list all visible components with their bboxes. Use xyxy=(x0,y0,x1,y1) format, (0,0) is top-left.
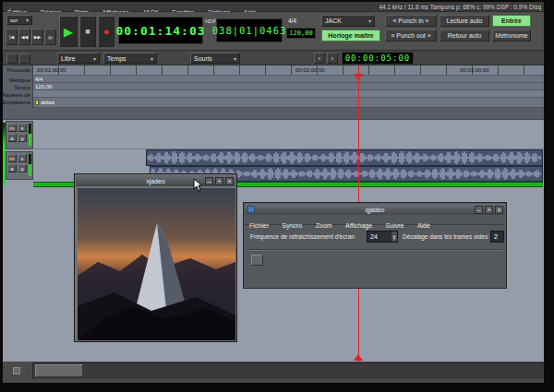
snap-unit-combo[interactable]: Temps ▾ xyxy=(103,53,157,64)
sync-source-combo[interactable]: JACK ▾ xyxy=(321,15,375,27)
record-button[interactable]: ● xyxy=(98,16,114,47)
tool-icon-button-1[interactable] xyxy=(6,53,18,64)
xjadeo-window[interactable]: xjadeo – + × xyxy=(74,173,237,342)
punch-out-button[interactable]: « Punch out » xyxy=(385,30,437,42)
zoom-icon xyxy=(13,367,20,374)
qjadeo-title: qjadeo xyxy=(365,207,384,213)
ruler-tick-label: 00:01:00:00 xyxy=(37,67,66,73)
rec-arm-button[interactable]: a xyxy=(7,164,17,172)
tool-icon-button-2[interactable] xyxy=(19,53,30,64)
track-meter xyxy=(29,154,31,176)
chevron-down-icon: ▾ xyxy=(234,55,236,62)
fps-value: 24 xyxy=(370,233,378,240)
editor-mixer-combo-label: sor xyxy=(10,18,18,23)
fps-spinbox[interactable]: 24 ▲▼ xyxy=(367,231,398,243)
solo-button[interactable]: s xyxy=(18,154,27,162)
offset-value: 2 xyxy=(494,233,498,240)
spinner-arrows-icon[interactable]: ▲▼ xyxy=(391,232,397,242)
editor-mixer-combo[interactable]: sor ▾ xyxy=(6,15,32,25)
close-icon[interactable]: × xyxy=(495,206,503,214)
rewind-button[interactable]: ◀◀ xyxy=(18,29,30,45)
track-header-1[interactable]: m s a g xyxy=(6,121,33,149)
qjadeo-menu-affichage[interactable]: Affichage xyxy=(341,220,377,231)
offset-label: Décalage dans les trames video xyxy=(403,233,488,240)
qjadeo-titlebar[interactable]: qjadeo – + × xyxy=(245,204,505,215)
play-button[interactable]: ▶ xyxy=(59,16,78,47)
track-header-2[interactable]: m s a g xyxy=(6,151,33,180)
tempo-readout[interactable]: 120,00 xyxy=(286,28,316,39)
fast-forward-button[interactable]: ▶▶ xyxy=(31,29,43,45)
qjadeo-window[interactable]: qjadeo – + × Fichier Syncro Zoom Afficha… xyxy=(243,202,507,289)
tempo-ruler[interactable]: 120,00 xyxy=(33,83,544,90)
master-clock-toggle[interactable]: Horloge maître xyxy=(321,30,380,42)
playhead-marker-top[interactable] xyxy=(354,74,363,80)
playhead-marker-bottom[interactable] xyxy=(354,354,363,361)
audio-region-1[interactable] xyxy=(146,149,543,166)
auto-return-button[interactable]: Retour auto xyxy=(440,30,489,42)
ruler-label-locations[interactable]: Emplacements xyxy=(2,100,30,105)
gain-button[interactable]: g xyxy=(18,134,27,142)
selection-prev-button[interactable]: ‹ xyxy=(314,53,325,64)
solo-button[interactable]: s xyxy=(18,124,27,132)
track-meter xyxy=(29,124,31,146)
loop-button[interactable]: ∞ xyxy=(44,29,56,45)
track-spacer xyxy=(3,108,544,120)
stop-button[interactable]: ■ xyxy=(79,16,96,47)
ruler-header-column: Timecode Métrique Tempo Repères de CD Em… xyxy=(3,65,33,108)
qjadeo-menu-fichier[interactable]: Fichier xyxy=(245,220,273,231)
main-transport-clock[interactable]: 00:01:14:03 xyxy=(118,17,203,44)
qjadeo-menu-zoom[interactable]: Zoom xyxy=(311,220,337,231)
ruler-label-tempo[interactable]: Tempo xyxy=(14,85,30,90)
meter-ruler[interactable]: 4/4 xyxy=(33,76,544,83)
xjadeo-title: xjadeo xyxy=(146,178,165,184)
qjadeo-menu-suivre[interactable]: Suivre xyxy=(381,220,409,231)
qjadeo-menu-syncro[interactable]: Syncro xyxy=(277,220,307,231)
sync-source-label: JACK xyxy=(325,18,342,24)
video-viewport xyxy=(78,188,235,340)
maximize-icon[interactable]: + xyxy=(485,206,493,214)
selection-clock[interactable]: 00:00:05:00 xyxy=(342,52,414,65)
chevron-down-icon: ▾ xyxy=(151,55,153,62)
meter-marker[interactable]: 4/4 xyxy=(35,77,42,82)
offset-spinbox[interactable]: 2 xyxy=(490,231,504,243)
rec-arm-button[interactable]: a xyxy=(7,134,17,142)
input-button[interactable]: Entrée xyxy=(492,15,531,27)
mute-button[interactable]: m xyxy=(7,154,17,162)
location-marker-ruler[interactable]: début xyxy=(33,98,544,108)
tempo-marker[interactable]: 120,00 xyxy=(35,84,52,89)
menubar: Édition Région Piste Affichage JACK Fenê… xyxy=(3,2,544,12)
cd-marker-ruler[interactable] xyxy=(33,90,544,98)
ruler-tick-label: 00:02:00:00 xyxy=(295,67,325,73)
auto-play-button[interactable]: Lecture auto xyxy=(440,15,489,27)
separator xyxy=(247,249,502,251)
qjadeo-menu-aide[interactable]: Aide xyxy=(413,220,435,231)
marker-flag-icon xyxy=(35,100,39,105)
timecode-ruler[interactable]: 00:01:00:00 00:02:00:00 00:03:00:00 xyxy=(33,65,544,76)
toolbar-button[interactable] xyxy=(251,255,263,266)
start-marker[interactable]: début xyxy=(41,100,54,105)
minimize-icon[interactable]: – xyxy=(205,177,213,185)
minimize-icon[interactable]: – xyxy=(475,206,483,214)
clock-mode-label: NDF xyxy=(205,18,216,24)
scrollbar-thumb[interactable] xyxy=(35,364,83,377)
waveform xyxy=(147,150,542,165)
edit-tool-combo[interactable]: Souris ▾ xyxy=(190,53,240,64)
ruler-label-meter[interactable]: Métrique xyxy=(9,77,30,83)
engine-status: 44.1 kHz / 11.8 ms Tampons p: 68% c: 99%… xyxy=(379,2,541,12)
bbt-clock[interactable]: 038|01|0463 xyxy=(216,18,283,42)
xjadeo-titlebar[interactable]: xjadeo – + × xyxy=(76,175,235,186)
maximize-icon[interactable]: + xyxy=(215,177,223,185)
metronome-button[interactable]: Métronome xyxy=(492,30,531,42)
scrollbar-track[interactable] xyxy=(3,362,544,379)
scrollbar-corner-box[interactable] xyxy=(3,362,33,379)
close-icon[interactable]: × xyxy=(225,177,234,185)
mute-button[interactable]: m xyxy=(7,124,17,132)
ruler-label-timecode[interactable]: Timecode xyxy=(6,67,30,73)
ruler-label-cd[interactable]: Repères de CD xyxy=(2,92,30,98)
goto-start-button[interactable]: |◀ xyxy=(6,29,18,45)
grid-mode-combo[interactable]: Libre ▾ xyxy=(57,53,100,64)
qjadeo-menubar: Fichier Syncro Zoom Affichage Suivre Aid… xyxy=(245,215,505,225)
punch-in-button[interactable]: « Punch in » xyxy=(385,15,437,27)
selection-next-button[interactable]: › xyxy=(327,53,338,64)
gain-button[interactable]: g xyxy=(18,164,27,172)
